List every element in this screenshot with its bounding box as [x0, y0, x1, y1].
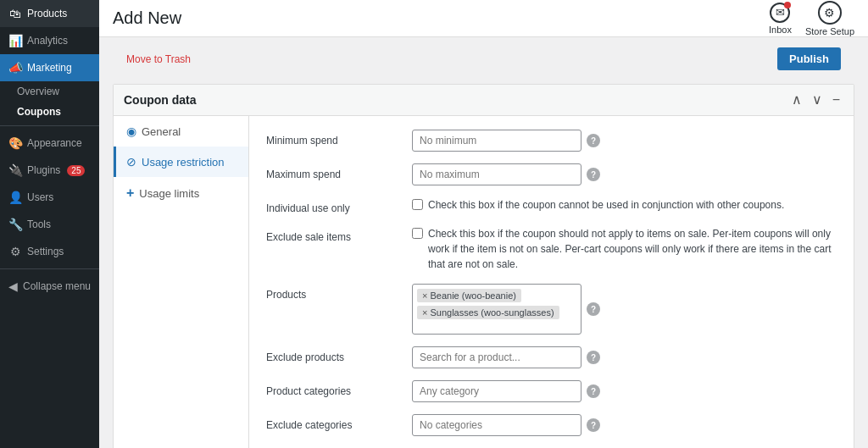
- tab-general[interactable]: ◉ General: [114, 116, 248, 147]
- coupon-tabs: ◉ General ⊘ Usage restriction + Usage li…: [114, 116, 249, 448]
- products-row: Products × Beanie (woo-beanie) × Sunglas…: [266, 284, 837, 335]
- exclude-categories-wrap: ?: [412, 414, 837, 436]
- exclude-products-wrap: ?: [412, 346, 837, 368]
- exclude-products-help-icon[interactable]: ?: [587, 351, 600, 364]
- product-categories-help-icon[interactable]: ?: [587, 384, 600, 398]
- sidebar-item-collapse[interactable]: ◀ Collapse menu: [0, 273, 99, 300]
- panel-header-actions: ∧ ∨ −: [788, 91, 843, 108]
- exclude-sale-items-label: Exclude sale items: [266, 226, 402, 243]
- products-wrap: × Beanie (woo-beanie) × Sunglasses (woo-…: [412, 284, 837, 335]
- usage-limits-tab-icon: +: [126, 185, 134, 201]
- individual-use-label: Individual use only: [266, 197, 402, 214]
- sidebar-item-plugins[interactable]: 🔌 Plugins 25: [0, 157, 99, 184]
- store-setup-label: Store Setup: [805, 26, 854, 36]
- tab-usage-limits[interactable]: + Usage limits: [114, 177, 248, 209]
- exclude-products-row: Exclude products ?: [266, 346, 837, 368]
- sidebar-item-overview[interactable]: Overview: [8, 81, 99, 102]
- products-tags-field[interactable]: × Beanie (woo-beanie) × Sunglasses (woo-…: [412, 284, 581, 335]
- product-categories-row: Product categories ?: [266, 380, 837, 402]
- inbox-icon: ✉: [770, 3, 790, 23]
- panel-collapse-down-button[interactable]: ∨: [809, 91, 826, 108]
- content-area: Move to Trash Publish Coupon data ∧ ∨ − …: [99, 37, 868, 448]
- page-title: Add New: [113, 8, 181, 28]
- product-categories-label: Product categories: [266, 380, 402, 397]
- inbox-label: Inbox: [769, 25, 792, 35]
- topbar: Add New ✉ Inbox ⚙ Store Setup: [99, 0, 868, 37]
- inbox-button[interactable]: ✉ Inbox: [769, 3, 792, 35]
- move-to-trash-link[interactable]: Move to Trash: [126, 53, 191, 65]
- plugins-badge: 25: [67, 165, 85, 176]
- coupon-panel-body: ◉ General ⊘ Usage restriction + Usage li…: [114, 116, 854, 448]
- individual-use-text: Check this box if the coupon cannot be u…: [428, 197, 784, 213]
- maximum-spend-input[interactable]: [412, 163, 581, 185]
- coupon-panel-header: Coupon data ∧ ∨ −: [114, 85, 854, 116]
- tag-sunglasses-label: Sunglasses (woo-sunglasses): [430, 307, 554, 318]
- coupon-panel-title: Coupon data: [124, 93, 197, 107]
- maximum-spend-wrap: ?: [412, 163, 837, 185]
- main-area: Add New ✉ Inbox ⚙ Store Setup Move to Tr…: [99, 0, 868, 448]
- minimum-spend-input[interactable]: [412, 130, 581, 152]
- tag-beanie-remove[interactable]: ×: [422, 290, 427, 301]
- product-categories-wrap: ?: [412, 380, 837, 402]
- exclude-sale-items-checkbox[interactable]: [412, 228, 423, 239]
- marketing-submenu: Overview Coupons: [0, 81, 99, 122]
- sidebar-item-marketing[interactable]: 📣 Marketing: [0, 54, 99, 81]
- minimum-spend-wrap: ?: [412, 130, 837, 152]
- exclude-sale-items-wrap: Check this box if the coupon should not …: [412, 226, 837, 272]
- tag-beanie: × Beanie (woo-beanie): [417, 289, 521, 302]
- publish-button[interactable]: Publish: [777, 47, 841, 70]
- inbox-notification-dot: [784, 2, 791, 8]
- tab-usage-restriction[interactable]: ⊘ Usage restriction: [114, 147, 248, 177]
- products-help-icon[interactable]: ?: [587, 302, 600, 316]
- exclude-products-input[interactable]: [412, 346, 581, 368]
- marketing-icon: 📣: [8, 61, 22, 75]
- general-tab-label: General: [142, 125, 181, 138]
- sidebar-item-settings[interactable]: ⚙ Settings: [0, 238, 99, 265]
- exclude-sale-items-checkbox-label[interactable]: Check this box if the coupon should not …: [412, 226, 837, 272]
- exclude-categories-label: Exclude categories: [266, 414, 402, 431]
- sidebar-item-users[interactable]: 👤 Users: [0, 184, 99, 211]
- exclude-sale-items-row: Exclude sale items Check this box if the…: [266, 226, 837, 272]
- general-tab-icon: ◉: [126, 124, 136, 138]
- usage-limits-tab-label: Usage limits: [139, 187, 199, 200]
- sidebar-item-appearance[interactable]: 🎨 Appearance: [0, 130, 99, 157]
- sidebar-item-tools[interactable]: 🔧 Tools: [0, 211, 99, 238]
- minimum-spend-label: Minimum spend: [266, 130, 402, 147]
- individual-use-checkbox[interactable]: [412, 199, 423, 210]
- product-categories-input[interactable]: [412, 380, 581, 402]
- topbar-right: ✉ Inbox ⚙ Store Setup: [769, 1, 854, 36]
- tag-sunglasses-remove[interactable]: ×: [422, 307, 427, 318]
- usage-restriction-tab-icon: ⊘: [126, 155, 136, 169]
- exclude-categories-help-icon[interactable]: ?: [587, 418, 600, 432]
- individual-use-row: Individual use only Check this box if th…: [266, 197, 837, 214]
- users-icon: 👤: [8, 191, 22, 204]
- settings-icon: ⚙: [8, 245, 22, 258]
- tools-icon: 🔧: [8, 218, 22, 231]
- sidebar-item-products[interactable]: 🛍 Products: [0, 0, 99, 27]
- maximum-spend-label: Maximum spend: [266, 163, 402, 180]
- maximum-spend-help-icon[interactable]: ?: [587, 168, 600, 181]
- topbar-left: Add New: [113, 8, 181, 28]
- minimum-spend-help-icon[interactable]: ?: [587, 134, 600, 147]
- tag-sunglasses: × Sunglasses (woo-sunglasses): [417, 306, 559, 319]
- inbox-icon-wrap: ✉: [770, 3, 790, 23]
- sidebar-item-analytics[interactable]: 📊 Analytics: [0, 27, 99, 54]
- coupon-panel: Coupon data ∧ ∨ − ◉ General ⊘: [113, 84, 854, 448]
- store-setup-button[interactable]: ⚙ Store Setup: [805, 1, 854, 36]
- exclude-categories-row: Exclude categories ?: [266, 414, 837, 436]
- panel-close-button[interactable]: −: [829, 91, 843, 108]
- plugins-icon: 🔌: [8, 163, 22, 177]
- exclude-products-label: Exclude products: [266, 346, 402, 363]
- usage-restriction-content: Minimum spend ? Maximum spend ?: [249, 116, 854, 448]
- products-icon: 🛍: [8, 7, 22, 20]
- sidebar-item-coupons[interactable]: Coupons: [8, 102, 99, 122]
- maximum-spend-row: Maximum spend ?: [266, 163, 837, 185]
- analytics-icon: 📊: [8, 34, 22, 47]
- sidebar-divider-2: [0, 268, 99, 269]
- tag-beanie-label: Beanie (woo-beanie): [430, 290, 516, 301]
- exclude-categories-input[interactable]: [412, 414, 581, 436]
- individual-use-checkbox-label[interactable]: Check this box if the coupon cannot be u…: [412, 197, 784, 213]
- exclude-sale-items-text: Check this box if the coupon should not …: [428, 226, 837, 272]
- usage-restriction-tab-label: Usage restriction: [142, 156, 225, 169]
- panel-collapse-up-button[interactable]: ∧: [788, 91, 805, 108]
